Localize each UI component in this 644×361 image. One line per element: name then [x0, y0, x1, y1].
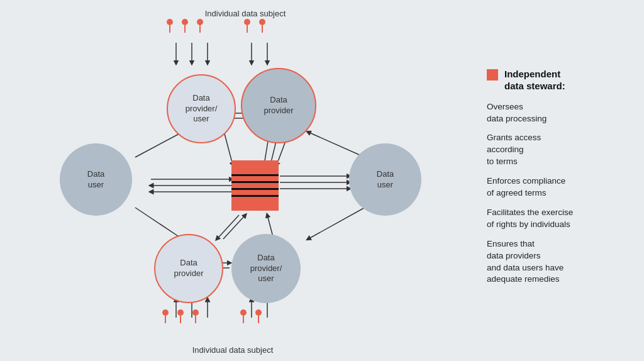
svg-line-28 [135, 208, 182, 239]
person-icon [192, 309, 199, 323]
legend-item-4: Facilitates the exercise of rights by in… [487, 207, 631, 231]
person-icon [197, 19, 203, 33]
person-icon [240, 309, 247, 323]
top-people-right [244, 19, 265, 33]
svg-line-29 [308, 132, 365, 157]
node-data-user-left: Data user [60, 143, 132, 216]
node-data-provider-user-top-left: Data provider/ user [167, 74, 236, 143]
square-line [231, 188, 279, 190]
person-icon [167, 19, 173, 33]
diagram-area: Individual data subject [0, 0, 480, 361]
bottom-label: Individual data subject [157, 345, 308, 355]
legend-item-2: Grants access according to terms [487, 132, 631, 168]
person-icon [177, 309, 184, 323]
node-data-user-right: Data user [349, 143, 421, 216]
legend-area: Independentdata steward: Oversees data p… [480, 0, 644, 361]
top-label: Individual data subject [176, 9, 314, 18]
legend-square-icon [487, 69, 498, 81]
person-icon [244, 19, 250, 33]
bottom-people-right [240, 309, 262, 323]
legend-item-3: Enforces compliance of agreed terms [487, 175, 631, 199]
node-data-provider-user-bottom-right: Data provider/ user [231, 234, 301, 303]
square-line [231, 174, 279, 176]
person-icon [259, 19, 265, 33]
bottom-people-left [162, 309, 199, 323]
person-icon [255, 309, 262, 323]
svg-line-10 [223, 129, 233, 165]
legend-item-1: Oversees data processing [487, 101, 631, 125]
square-line [231, 195, 279, 197]
main-container: Individual data subject [0, 0, 644, 361]
person-icon [162, 309, 169, 323]
svg-line-20 [217, 215, 239, 239]
node-data-provider-bottom-left: Data provider [154, 234, 223, 303]
node-data-provider-top-right: Data provider [241, 68, 316, 143]
legend-title-row: Independentdata steward: [487, 68, 631, 92]
top-people-left [167, 19, 203, 33]
legend-title: Independentdata steward: [504, 68, 565, 92]
svg-line-30 [308, 208, 365, 239]
square-line [231, 181, 279, 183]
svg-line-19 [223, 215, 245, 239]
center-square [231, 160, 279, 211]
person-icon [182, 19, 188, 33]
legend-item-5: Ensures that data providers and data use… [487, 238, 631, 286]
svg-line-27 [135, 132, 182, 157]
